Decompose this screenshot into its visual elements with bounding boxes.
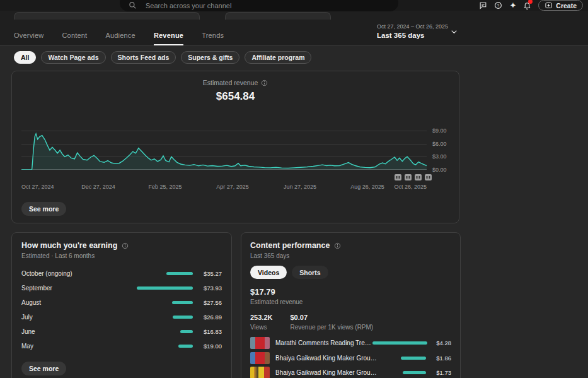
earnings-value: $35.27 xyxy=(198,270,222,277)
chart-title: Estimated revenue xyxy=(203,79,258,86)
earnings-rows: October (ongoing) $35.27 September $73.9… xyxy=(21,266,222,353)
topbar-actions: ? ✦ Create xyxy=(479,0,583,11)
earnings-value: $26.89 xyxy=(198,314,222,321)
create-icon xyxy=(545,1,553,9)
views-stat: 253.2K Views xyxy=(250,314,272,331)
filter-chip-watch-page-ads[interactable]: Watch Page ads xyxy=(41,51,105,64)
top-videos-list: Marathi Comments Reading Trending Mar...… xyxy=(250,336,451,378)
scrolled-card-peek xyxy=(14,12,200,20)
filter-chip-all[interactable]: All xyxy=(14,51,36,64)
video-bar-1[interactable] xyxy=(401,357,426,360)
info-icon[interactable] xyxy=(261,80,268,86)
y-axis-tick: $6.00 xyxy=(432,141,447,147)
earnings-row: October (ongoing) $35.27 xyxy=(21,266,222,281)
earnings-value: $19.00 xyxy=(198,343,222,350)
search-input[interactable]: Search across your channel xyxy=(120,0,398,11)
info-icon[interactable] xyxy=(122,242,129,249)
content-type-toggle: Videos Shorts xyxy=(250,266,328,279)
content-performance-card: Content performance Last 365 days Videos… xyxy=(241,232,461,378)
x-axis-tick: Feb 25, 2025 xyxy=(148,184,182,190)
x-axis-tick: Oct 26, 2025 xyxy=(394,184,427,190)
x-axis-tick: Oct 27, 2024 xyxy=(21,184,54,190)
earnings-bar-3[interactable] xyxy=(173,316,193,319)
feedback-icon[interactable] xyxy=(479,1,487,9)
video-row[interactable]: Bhaiya Gaikwad King Maker Group | Marat.… xyxy=(250,351,451,366)
chip-shorts[interactable]: Shorts xyxy=(292,266,328,279)
earnings-bar-0[interactable] xyxy=(166,272,193,275)
earnings-card-subtitle: Estimated · Last 6 months xyxy=(21,252,95,259)
filter-chip-shorts-feed-ads[interactable]: Shorts Feed ads xyxy=(111,51,176,64)
video-row[interactable]: Marathi Comments Reading Trending Mar...… xyxy=(250,336,451,351)
video-bar-0[interactable] xyxy=(372,341,427,345)
earnings-card-title: How much you're earning xyxy=(21,241,117,250)
earnings-row: September $73.93 xyxy=(21,281,222,295)
tab-content[interactable]: Content xyxy=(62,30,87,45)
earnings-month-label: October (ongoing) xyxy=(21,270,72,277)
earnings-card: How much you're earning Estimated · Last… xyxy=(11,232,232,378)
y-axis-tick: $9.00 xyxy=(432,127,447,134)
filter-chip-affiliate-program[interactable]: Affiliate program xyxy=(245,51,311,64)
event-marker-icon[interactable] xyxy=(395,172,401,183)
revenue-line-chart[interactable] xyxy=(21,125,427,170)
event-marker-icon[interactable] xyxy=(405,172,412,183)
earnings-bar-4[interactable] xyxy=(180,330,193,333)
tab-revenue[interactable]: Revenue xyxy=(154,30,183,45)
video-revenue: $1.73 xyxy=(431,369,451,376)
create-button[interactable]: Create xyxy=(538,0,583,11)
performance-stats: 253.2K Views $0.07 Revenue per 1K views … xyxy=(250,314,373,331)
estimated-revenue-card: Estimated revenue $654.84 $9.00 $6.00 $3… xyxy=(11,71,459,223)
content-performance-title: Content performance xyxy=(250,241,330,250)
see-more-button[interactable]: See more xyxy=(21,202,66,216)
video-revenue: $1.86 xyxy=(431,355,451,362)
earnings-row: July $26.89 xyxy=(21,310,222,324)
video-thumbnail xyxy=(250,337,270,349)
x-axis-tick: Jun 27, 2025 xyxy=(284,184,316,190)
earnings-month-label: September xyxy=(21,285,52,292)
tab-overview[interactable]: Overview xyxy=(14,30,43,45)
y-axis-tick: $3.00 xyxy=(432,153,447,160)
event-marker-icon[interactable] xyxy=(415,172,422,183)
earnings-value: $16.83 xyxy=(198,328,222,335)
notifications-icon[interactable] xyxy=(523,1,531,9)
video-title: Bhaiya Gaikwad King Maker Group | Marat.… xyxy=(275,355,378,362)
filter-chip-supers-gifts[interactable]: Supers & gifts xyxy=(181,51,239,64)
analytics-tabs: Overview Content Audience Revenue Trends xyxy=(14,30,224,45)
performance-revenue-label: Estimated revenue xyxy=(250,298,303,305)
video-revenue: $4.28 xyxy=(432,340,451,346)
date-range-selector[interactable]: Oct 27, 2024 – Oct 26, 2025 Last 365 day… xyxy=(377,23,448,39)
video-row[interactable]: Bhaiya Gaikwad King Maker Group | Marat.… xyxy=(250,365,451,378)
chevron-down-icon[interactable] xyxy=(449,27,459,37)
help-icon[interactable]: ? xyxy=(494,1,502,9)
create-label: Create xyxy=(556,2,577,9)
video-thumbnail xyxy=(250,352,270,364)
tab-audience[interactable]: Audience xyxy=(105,30,135,45)
tab-trends[interactable]: Trends xyxy=(202,30,224,45)
x-axis: Oct 27, 2024 Dec 27, 2024 Feb 25, 2025 A… xyxy=(21,184,427,190)
date-range-text: Oct 27, 2024 – Oct 26, 2025 xyxy=(377,23,448,30)
earnings-bar-2[interactable] xyxy=(172,301,193,304)
video-thumbnail xyxy=(250,367,270,378)
chip-videos[interactable]: Videos xyxy=(250,266,287,279)
scrolled-card-peek xyxy=(225,12,331,20)
earnings-month-label: July xyxy=(21,314,33,321)
earnings-bar-1[interactable] xyxy=(137,286,193,290)
earnings-month-label: August xyxy=(21,299,41,306)
x-axis-tick: Apr 27, 2025 xyxy=(216,184,249,190)
chart-total-value: $654.84 xyxy=(12,90,459,103)
sparkle-icon[interactable]: ✦ xyxy=(509,1,516,9)
x-axis-tick: Aug 26, 2025 xyxy=(350,184,384,190)
see-more-button[interactable]: See more xyxy=(21,362,66,375)
timeline-event-markers xyxy=(395,172,432,183)
svg-text:?: ? xyxy=(497,4,500,8)
search-placeholder: Search across your channel xyxy=(146,2,231,9)
views-label: Views xyxy=(250,324,272,331)
content-performance-subtitle: Last 365 days xyxy=(250,252,289,259)
revenue-series xyxy=(21,125,427,170)
event-marker-icon[interactable] xyxy=(425,172,432,183)
y-axis-tick: $0.00 xyxy=(432,167,447,173)
info-icon[interactable] xyxy=(334,242,341,249)
video-bar-2[interactable] xyxy=(403,371,426,374)
topbar: Search across your channel ? ✦ Create xyxy=(0,0,588,11)
rpm-stat: $0.07 Revenue per 1K views (RPM) xyxy=(290,314,373,331)
earnings-bar-5[interactable] xyxy=(178,345,193,348)
